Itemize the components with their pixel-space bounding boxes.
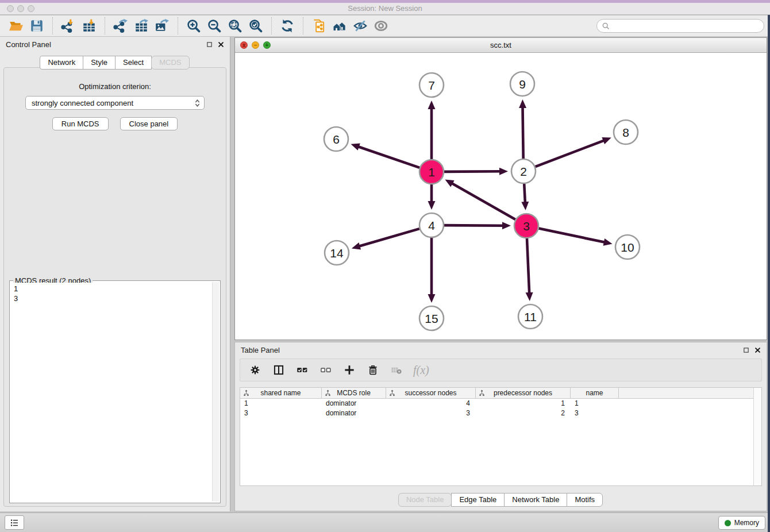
- graph-arrowhead: [526, 292, 533, 301]
- zoom-selected-icon: [248, 18, 263, 33]
- table-panel-tabs: Node TableEdge TableNetwork TableMotifs: [235, 493, 767, 507]
- table-cell: 2: [476, 408, 571, 418]
- graph-edge-3-1[interactable]: [452, 183, 515, 219]
- graph-edge-3-10[interactable]: [539, 229, 605, 242]
- export-image-button[interactable]: [152, 17, 172, 34]
- control-tab-mcds[interactable]: MCDS: [151, 56, 189, 70]
- tab-edge-table[interactable]: Edge Table: [451, 493, 505, 507]
- column-layout-button[interactable]: [272, 363, 286, 377]
- graph-edge-1-6[interactable]: [358, 147, 419, 168]
- task-history-button[interactable]: [5, 515, 24, 530]
- tree-icon: [243, 390, 250, 396]
- graph-node-label-2: 2: [520, 165, 527, 178]
- graph-edge-4-3[interactable]: [444, 225, 503, 226]
- graph-node-label-8: 8: [622, 126, 629, 139]
- table-row[interactable]: 3dominator323: [240, 408, 761, 418]
- close-table-panel-icon[interactable]: [754, 347, 761, 353]
- select-all-columns-button[interactable]: [295, 363, 309, 377]
- graph-arrowhead: [428, 201, 436, 210]
- graph-edge-2-9[interactable]: [523, 107, 523, 159]
- tab-motifs[interactable]: Motifs: [567, 493, 603, 507]
- network-maximize-button[interactable]: +: [263, 41, 271, 49]
- tab-network-table[interactable]: Network Table: [504, 493, 567, 507]
- close-panel-icon[interactable]: [218, 41, 224, 48]
- add-row-button[interactable]: [342, 363, 356, 377]
- close-panel-button[interactable]: Close panel: [120, 117, 178, 130]
- node-table: shared nameMCDS rolesuccessor nodesprede…: [240, 387, 762, 486]
- toolbar-separator: [178, 17, 178, 34]
- export-table-icon: [134, 18, 149, 33]
- zoom-out-button[interactable]: [204, 17, 225, 34]
- column-header-successor-nodes[interactable]: successor nodes: [386, 388, 476, 398]
- function-builder-button[interactable]: f(x): [413, 363, 429, 377]
- run-mcds-button[interactable]: Run MCDS: [52, 117, 109, 130]
- zoom-selected-button[interactable]: [245, 17, 266, 34]
- open-file-button[interactable]: [6, 17, 26, 34]
- float-panel-icon[interactable]: [206, 41, 213, 48]
- control-tab-network[interactable]: Network: [40, 56, 83, 70]
- graph-edge-2-8[interactable]: [536, 140, 605, 167]
- mcds-result-scrollbar[interactable]: [212, 282, 219, 502]
- zoom-fit-button[interactable]: [225, 17, 245, 34]
- hide-selected-button[interactable]: [350, 17, 371, 34]
- control-tab-select[interactable]: Select: [115, 56, 152, 70]
- table-cell: 3: [240, 408, 322, 418]
- mcds-result-text[interactable]: 1 3: [11, 283, 211, 502]
- table-row[interactable]: 1dominator411: [240, 399, 761, 408]
- clone-network-button[interactable]: [309, 17, 329, 34]
- control-tab-style[interactable]: Style: [83, 56, 116, 70]
- import-table-button[interactable]: [79, 17, 99, 34]
- graph-node-label-6: 6: [333, 133, 340, 146]
- delete-table-button[interactable]: [390, 363, 403, 377]
- dropdown-value: strongly connected component: [32, 99, 193, 107]
- first-neighbors-button[interactable]: [329, 17, 350, 34]
- import-network-button[interactable]: [58, 17, 79, 34]
- select-all-columns-icon: [297, 364, 308, 376]
- table-scrollbar[interactable]: [753, 388, 761, 485]
- zoom-in-button[interactable]: [183, 17, 204, 34]
- hide-selected-icon: [353, 18, 368, 33]
- graph-edge-3-11[interactable]: [527, 238, 529, 294]
- tab-node-table[interactable]: Node Table: [398, 493, 452, 507]
- table-cell: 4: [386, 399, 476, 408]
- toolbar-separator: [271, 17, 272, 34]
- network-minimize-button[interactable]: –: [252, 41, 259, 49]
- window-title: Session: New Session: [0, 4, 770, 13]
- import-table-icon: [82, 18, 97, 33]
- graph-arrowhead: [428, 294, 436, 303]
- network-canvas-container: 7968124314101511: [235, 53, 767, 340]
- memory-button[interactable]: Memory: [718, 516, 765, 530]
- graph-node-label-9: 9: [519, 78, 526, 91]
- network-window-titlebar[interactable]: x – + scc.txt: [235, 38, 767, 53]
- optimization-criterion-dropdown[interactable]: strongly connected component: [25, 96, 205, 110]
- graph-edge-2-3[interactable]: [524, 184, 525, 203]
- column-header-shared-name[interactable]: shared name: [240, 388, 322, 398]
- network-canvas[interactable]: 7968124314101511: [235, 53, 767, 341]
- graph-edge-4-14[interactable]: [359, 229, 419, 246]
- column-header-name[interactable]: name: [571, 388, 619, 398]
- graph-node-label-14: 14: [330, 246, 344, 260]
- float-table-panel-icon[interactable]: [743, 347, 749, 353]
- table-cell: 3: [571, 408, 619, 418]
- show-all-button[interactable]: [371, 17, 391, 34]
- search-input[interactable]: [613, 21, 759, 31]
- network-close-button[interactable]: x: [240, 41, 248, 49]
- status-bar: Memory: [0, 512, 770, 532]
- export-table-button[interactable]: [131, 17, 152, 34]
- refresh-layout-button[interactable]: [277, 17, 298, 34]
- delete-row-button[interactable]: [366, 363, 380, 377]
- table-settings-button[interactable]: [248, 363, 262, 377]
- search-box[interactable]: [596, 19, 764, 33]
- table-body: 1dominator4113dominator323: [240, 399, 761, 418]
- column-header-predecessor-nodes[interactable]: predecessor nodes: [476, 388, 571, 398]
- export-network-button[interactable]: [110, 17, 131, 34]
- table-panel: Table Panel f(x) shared nameMCDS rolesuc…: [234, 342, 767, 511]
- graph-edge-1-2[interactable]: [444, 171, 500, 172]
- export-image-icon: [155, 18, 170, 33]
- column-header-MCDS-role[interactable]: MCDS role: [322, 388, 386, 398]
- graph-node-label-10: 10: [621, 241, 634, 254]
- deselect-all-columns-button[interactable]: [319, 363, 333, 377]
- graph-node-label-1: 1: [428, 165, 435, 179]
- save-session-button[interactable]: [26, 17, 47, 34]
- optimization-criterion-label: Optimization criterion:: [4, 82, 226, 91]
